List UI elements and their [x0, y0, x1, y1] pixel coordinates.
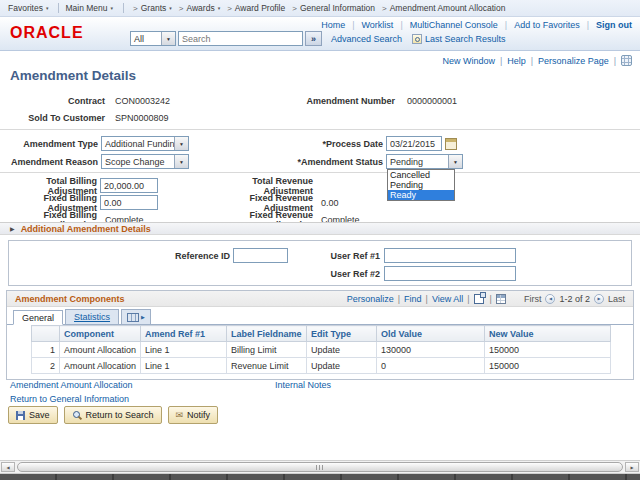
- amendment-reason-select[interactable]: Scope Change ▼: [101, 154, 189, 169]
- last-link[interactable]: Last: [608, 294, 625, 304]
- notify-button[interactable]: ✉ Notify: [168, 406, 219, 424]
- user-ref2-input[interactable]: [384, 266, 516, 281]
- total-billing-adjustment-field: Total Billing Adjustment: [0, 178, 158, 193]
- breadcrumb-separator: >: [227, 4, 232, 13]
- status-option-pending[interactable]: Pending: [388, 180, 454, 190]
- scrollbar-thumb[interactable]: [17, 462, 623, 472]
- sold-to-customer-field: Sold To Customer SPN0000809: [0, 110, 169, 125]
- download-grid-icon[interactable]: [496, 294, 506, 304]
- find-link[interactable]: Find: [404, 294, 422, 304]
- chevron-down-icon: ▾: [46, 5, 49, 11]
- fixed-revenue-adjustment-field: Fixed Revenue Adjustment 0.00: [205, 195, 339, 210]
- next-page-icon[interactable]: ▶: [594, 294, 604, 304]
- previous-page-icon[interactable]: ◀: [545, 294, 555, 304]
- amendment-type-select[interactable]: Additional Funding ▼: [101, 136, 189, 151]
- breadcrumb-separator: >: [179, 4, 184, 13]
- additional-amendment-details-section[interactable]: ▶ Additional Amendment Details: [0, 222, 640, 235]
- help-link[interactable]: Help: [507, 56, 526, 66]
- last-search-results-link[interactable]: Last Search Results: [425, 34, 506, 44]
- amendment-status-dropdown: Cancelled Pending Ready: [387, 169, 455, 201]
- navbar-grid-icon[interactable]: [621, 55, 632, 66]
- main-menu[interactable]: Main Menu ▾: [65, 3, 113, 13]
- fixed-billing-adjustment-field: Fixed Billing Adjustment: [0, 195, 158, 210]
- breadcrumb: Favorites ▾ Main Menu ▾ > Grants ▾ > Awa…: [0, 0, 640, 17]
- process-date-field: *Process Date: [270, 136, 457, 151]
- amendment-status-field: *Amendment Status Pending ▼: [270, 154, 463, 169]
- new-window-link[interactable]: New Window: [442, 56, 495, 66]
- fixed-billing-adjustment-input[interactable]: [100, 195, 158, 210]
- first-link[interactable]: First: [524, 294, 542, 304]
- chevron-down-icon: ▾: [111, 5, 114, 11]
- tab-general[interactable]: General: [13, 310, 63, 325]
- amendment-number-value: 0000000001: [407, 96, 457, 106]
- search-scope-select[interactable]: All ▼: [130, 31, 176, 46]
- personalize-link[interactable]: Personalize: [347, 294, 394, 304]
- column-header-amend-ref: Amend Ref #1: [141, 326, 227, 342]
- amendment-amount-allocation-link[interactable]: Amendment Amount Allocation: [10, 380, 133, 390]
- add-to-favorites-link[interactable]: Add to Favorites: [514, 20, 580, 30]
- user-ref1-input[interactable]: [384, 248, 516, 263]
- user-ref2-field: User Ref #2: [270, 266, 516, 281]
- scroll-left-icon[interactable]: ◀: [1, 462, 15, 472]
- table-row: 2 Amount Allocation Line 1 Revenue Limit…: [32, 358, 611, 374]
- search-bar: All ▼ » Advanced Search Last Search Resu…: [130, 31, 506, 46]
- favorites-menu[interactable]: Favorites ▾: [8, 3, 48, 13]
- status-option-ready[interactable]: Ready: [388, 190, 454, 200]
- page-toolbar: New Window | Help | Personalize Page |: [442, 55, 632, 66]
- reference-id-field: Reference ID: [130, 248, 288, 263]
- worklist-link[interactable]: Worklist: [362, 20, 394, 30]
- total-billing-adjustment-input[interactable]: [100, 178, 158, 193]
- page-title: Amendment Details: [10, 68, 136, 83]
- divider: [0, 172, 640, 173]
- column-header-new-value: New Value: [485, 326, 611, 342]
- advanced-search-link[interactable]: Advanced Search: [331, 34, 402, 44]
- breadcrumb-item-general-information[interactable]: General Information: [300, 3, 375, 13]
- header: Home | Worklist | MultiChannel Console |…: [0, 17, 640, 51]
- breadcrumb-item-amendment-amount-allocation: Amendment Amount Allocation: [390, 3, 506, 13]
- status-option-cancelled[interactable]: Cancelled: [388, 170, 454, 180]
- internal-notes-link[interactable]: Internal Notes: [275, 380, 331, 390]
- header-links: Home | Worklist | MultiChannel Console |…: [321, 20, 632, 30]
- breadcrumb-item-awards[interactable]: Awards ▾: [186, 3, 220, 13]
- grid-header-bar: Amendment Components Personalize | Find …: [7, 291, 633, 307]
- save-disk-icon: [16, 411, 25, 420]
- chevron-down-icon: ▼: [174, 155, 188, 168]
- chevron-down-icon: ▼: [174, 137, 188, 150]
- breadcrumb-item-award-profile[interactable]: Award Profile: [235, 3, 285, 13]
- envelope-icon: ✉: [176, 411, 184, 420]
- magnifier-icon: [72, 410, 82, 420]
- view-all-link[interactable]: View All: [432, 294, 463, 304]
- amendment-status-select[interactable]: Pending ▼: [386, 154, 463, 169]
- table-header-row: Component Amend Ref #1 Label Fieldname E…: [32, 326, 611, 342]
- amendment-reason-field: Amendment Reason Scope Change ▼: [0, 154, 189, 169]
- breadcrumb-separator: >: [292, 4, 297, 13]
- multichannel-console-link[interactable]: MultiChannel Console: [410, 20, 498, 30]
- return-to-general-information-link[interactable]: Return to General Information: [10, 394, 129, 404]
- application-window: Favorites ▾ Main Menu ▾ > Grants ▾ > Awa…: [0, 0, 640, 480]
- save-button[interactable]: Save: [8, 406, 58, 424]
- divider: [123, 3, 124, 13]
- divider: [58, 3, 59, 13]
- show-all-columns-tab[interactable]: ▶: [121, 309, 151, 324]
- search-input[interactable]: [178, 31, 303, 46]
- sold-to-customer-value: SPN0000809: [115, 113, 169, 123]
- scroll-right-icon[interactable]: ▶: [625, 462, 639, 472]
- column-header-edit-type: Edit Type: [307, 326, 377, 342]
- row-number-header: [32, 326, 60, 342]
- personalize-page-link[interactable]: Personalize Page: [538, 56, 609, 66]
- contract-field: Contract CON0003242: [0, 93, 170, 108]
- popup-window-icon[interactable]: [474, 294, 484, 304]
- tab-statistics[interactable]: Statistics: [65, 309, 119, 324]
- chevron-down-icon: ▼: [161, 32, 175, 45]
- amendment-components-section: Amendment Components Personalize | Find …: [6, 290, 634, 380]
- divider: [0, 129, 640, 130]
- sign-out-link[interactable]: Sign out: [596, 20, 632, 30]
- return-to-search-button[interactable]: Return to Search: [64, 406, 162, 424]
- chevron-down-icon: ▼: [448, 155, 462, 168]
- process-date-input[interactable]: [386, 136, 442, 151]
- search-go-button[interactable]: »: [305, 31, 322, 46]
- home-link[interactable]: Home: [321, 20, 345, 30]
- breadcrumb-item-grants[interactable]: Grants ▾: [141, 3, 172, 13]
- horizontal-scrollbar[interactable]: ◀ ▶: [0, 460, 640, 474]
- calendar-icon[interactable]: [445, 138, 457, 150]
